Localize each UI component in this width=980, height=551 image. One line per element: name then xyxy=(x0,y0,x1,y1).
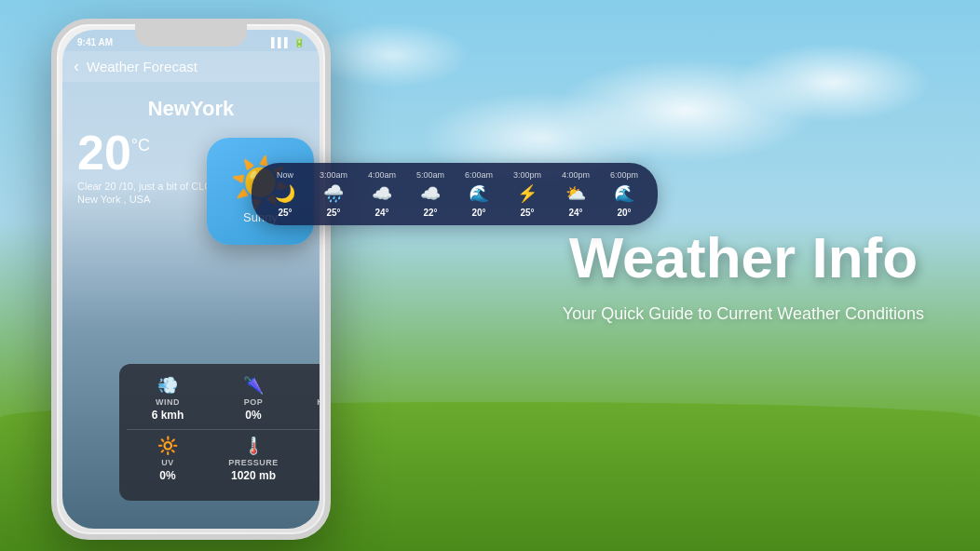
weather-info-title: Weather Info xyxy=(563,226,924,289)
pop-icon: 🌂 xyxy=(243,375,264,396)
stat-pressure: 🌡️ PRESSURE 1020 mb xyxy=(212,436,294,482)
wind-icon: 💨 xyxy=(157,375,178,396)
hour-item-now: Now 🌙 25° xyxy=(266,170,304,218)
phone-mockup: 9:41 AM ▌▌▌ 🔋 ‹ Weather Forecast NewYork… xyxy=(51,19,331,540)
hour-item-4pm: 4:00pm ⛅ 24° xyxy=(557,170,594,218)
hour-temp-6am: 20° xyxy=(471,208,485,218)
hour-label-3pm: 3:00pm xyxy=(513,170,541,180)
hour-icon-3am: 🌧️ xyxy=(323,183,344,204)
hour-temp-4pm: 24° xyxy=(568,208,582,218)
city-name: NewYork xyxy=(77,97,305,121)
humidity-label: HUMIDITY xyxy=(317,397,320,407)
hour-label-now: Now xyxy=(277,170,293,180)
status-icons: ▌▌▌ 🔋 xyxy=(271,37,305,47)
hour-icon-3pm: ⚡ xyxy=(517,183,538,204)
uv-label: UV xyxy=(161,458,174,467)
wind-label: WIND xyxy=(156,397,180,407)
hour-temp-3am: 25° xyxy=(326,208,340,218)
stats-divider xyxy=(127,429,320,430)
pop-value: 0% xyxy=(245,409,261,422)
app-header: ‹ Weather Forecast xyxy=(62,51,320,82)
hour-item-3pm: 3:00pm ⚡ 25° xyxy=(509,170,546,218)
hour-temp-4am: 24° xyxy=(374,208,388,218)
pressure-value: 1020 mb xyxy=(231,469,276,482)
weather-stats: 💨 WIND 6 kmh 🌂 POP 0% 💧 HUMIDITY 78% xyxy=(119,364,320,501)
pressure-icon: 🌡️ xyxy=(243,436,264,456)
wind-value: 6 kmh xyxy=(152,409,184,422)
back-button[interactable]: ‹ xyxy=(74,57,79,76)
hour-icon-now: 🌙 xyxy=(275,183,295,204)
hour-temp-now: 25° xyxy=(278,208,292,218)
stats-row-1: 💨 WIND 6 kmh 🌂 POP 0% 💧 HUMIDITY 78% xyxy=(127,375,320,422)
hour-item-4am: 4:00am ☁️ 24° xyxy=(363,170,401,218)
pop-label: POP xyxy=(244,397,264,407)
stat-humidity: 💧 HUMIDITY 78% xyxy=(298,375,320,422)
uv-icon: 🔆 xyxy=(157,436,178,456)
hour-item-6am: 6:00am 🌊 20° xyxy=(460,170,497,218)
hourly-forecast-bar: Now 🌙 25° 3:00am 🌧️ 25° 4:00am ☁️ 24° 5:… xyxy=(252,163,658,225)
stat-pop: 🌂 POP 0% xyxy=(212,375,294,422)
hour-label-6pm: 6:00pm xyxy=(610,170,638,180)
stats-row-2: 🔆 UV 0% 🌡️ PRESSURE 1020 mb ☁️ CLOUDS 6% xyxy=(127,436,320,482)
stat-clouds: ☁️ CLOUDS 6% xyxy=(298,436,320,482)
right-panel: Weather Info Your Quick Guide to Current… xyxy=(563,226,924,324)
phone-screen: 9:41 AM ▌▌▌ 🔋 ‹ Weather Forecast NewYork… xyxy=(62,30,320,529)
hour-item-3am: 3:00am 🌧️ 25° xyxy=(315,170,352,218)
status-time: 9:41 AM xyxy=(77,37,113,47)
hour-label-4am: 4:00am xyxy=(368,170,396,180)
hour-icon-4pm: ⛅ xyxy=(565,183,586,204)
hour-temp-6pm: 20° xyxy=(617,208,631,218)
hour-label-4pm: 4:00pm xyxy=(562,170,590,180)
hour-item-6pm: 6:00pm 🌊 20° xyxy=(606,170,643,218)
hour-icon-4am: ☁️ xyxy=(372,183,392,204)
app-title: Weather Forecast xyxy=(87,59,197,74)
stat-wind: 💨 WIND 6 kmh xyxy=(127,375,209,422)
stat-uv: 🔆 UV 0% xyxy=(127,436,209,482)
phone-notch xyxy=(135,24,247,47)
hour-label-3am: 3:00am xyxy=(320,170,347,180)
hour-label-5am: 5:00am xyxy=(416,170,444,180)
pressure-label: PRESSURE xyxy=(228,458,279,467)
temperature-unit: °C xyxy=(131,136,150,155)
hour-icon-5am: ☁️ xyxy=(420,183,441,204)
hour-item-5am: 5:00am ☁️ 22° xyxy=(412,170,449,218)
temperature-value: 20 xyxy=(77,128,131,177)
uv-value: 0% xyxy=(159,469,175,482)
hour-temp-3pm: 25° xyxy=(520,208,534,218)
hour-icon-6am: 🌊 xyxy=(469,183,489,204)
hour-icon-6pm: 🌊 xyxy=(614,183,634,204)
hour-label-6am: 6:00am xyxy=(465,170,493,180)
hour-temp-5am: 22° xyxy=(423,208,437,218)
weather-info-subtitle: Your Quick Guide to Current Weather Cond… xyxy=(563,305,924,325)
